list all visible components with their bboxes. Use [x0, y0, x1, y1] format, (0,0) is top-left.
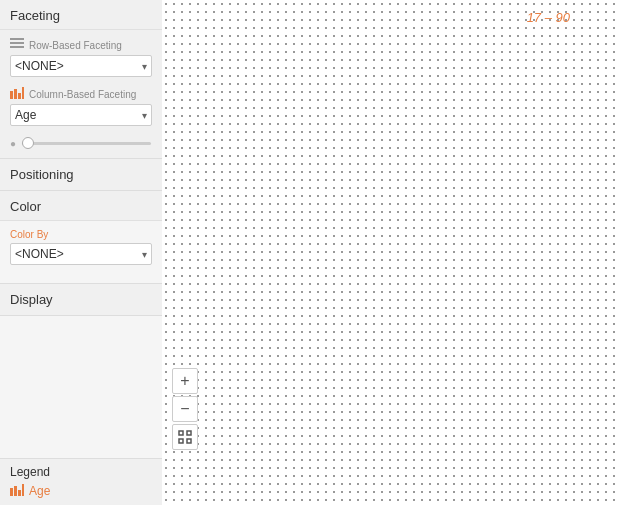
zoom-in-button[interactable]: +	[172, 368, 198, 394]
col-faceting-select-wrapper: Age ▾	[10, 104, 152, 126]
svg-rect-12	[187, 431, 191, 435]
color-body: Color By <NONE> ▾	[0, 221, 162, 283]
row-faceting-icon	[10, 38, 24, 53]
faceting-slider-row: ● 1	[10, 136, 152, 150]
color-header[interactable]: Color	[0, 191, 162, 221]
zoom-out-button[interactable]: −	[172, 396, 198, 422]
svg-rect-7	[10, 488, 13, 496]
faceting-slider[interactable]	[22, 142, 151, 145]
chart-area: 17 – 90 + −	[162, 0, 620, 505]
chart-annotation: 17 – 90	[527, 10, 570, 25]
svg-rect-5	[18, 93, 21, 99]
svg-rect-0	[10, 38, 24, 40]
slider-circle-icon: ●	[10, 138, 16, 149]
row-faceting-group: Row-Based Faceting <NONE> ▾	[10, 38, 152, 77]
svg-rect-6	[22, 87, 24, 99]
row-faceting-select-wrapper: <NONE> ▾	[10, 55, 152, 77]
display-header[interactable]: Display	[0, 284, 162, 315]
col-faceting-group: Column-Based Faceting Age ▾	[10, 87, 152, 126]
faceting-title: Faceting	[10, 8, 60, 23]
faceting-section: Faceting Row-Based Faceting	[0, 0, 162, 159]
svg-rect-11	[179, 431, 183, 435]
positioning-header[interactable]: Positioning	[0, 159, 162, 190]
col-faceting-icon	[10, 87, 24, 102]
svg-rect-8	[14, 486, 17, 496]
faceting-header[interactable]: Faceting	[0, 0, 162, 30]
color-by-label: Color By	[10, 229, 152, 240]
fit-icon	[178, 430, 192, 444]
legend-bar-icon	[10, 483, 24, 499]
color-by-select[interactable]: <NONE>	[10, 243, 152, 265]
svg-rect-14	[187, 439, 191, 443]
sidebar-sections: Faceting Row-Based Faceting	[0, 0, 162, 453]
svg-rect-4	[14, 89, 17, 99]
col-faceting-select[interactable]: Age	[10, 104, 152, 126]
svg-rect-10	[22, 484, 24, 496]
svg-rect-2	[10, 46, 24, 48]
color-section: Color Color By <NONE> ▾	[0, 191, 162, 284]
row-faceting-select[interactable]: <NONE>	[10, 55, 152, 77]
sidebar: Faceting Row-Based Faceting	[0, 0, 162, 505]
legend-item: Age	[10, 483, 152, 499]
svg-rect-1	[10, 42, 24, 44]
legend-item-label: Age	[29, 484, 50, 498]
svg-rect-9	[18, 490, 21, 496]
col-faceting-label: Column-Based Faceting	[29, 89, 136, 100]
display-title: Display	[10, 292, 53, 307]
positioning-title: Positioning	[10, 167, 74, 182]
svg-rect-13	[179, 439, 183, 443]
dot-grid	[162, 0, 620, 505]
legend-area: Legend Age	[0, 458, 162, 505]
color-title: Color	[10, 199, 41, 214]
color-by-group: Color By <NONE> ▾	[10, 229, 152, 265]
display-section: Display	[0, 284, 162, 316]
svg-rect-3	[10, 91, 13, 99]
fit-button[interactable]	[172, 424, 198, 450]
row-faceting-label: Row-Based Faceting	[29, 40, 122, 51]
legend-title: Legend	[10, 465, 152, 479]
zoom-controls: + −	[172, 368, 198, 450]
faceting-body: Row-Based Faceting <NONE> ▾	[0, 30, 162, 158]
color-by-select-wrapper: <NONE> ▾	[10, 243, 152, 265]
positioning-section: Positioning	[0, 159, 162, 191]
